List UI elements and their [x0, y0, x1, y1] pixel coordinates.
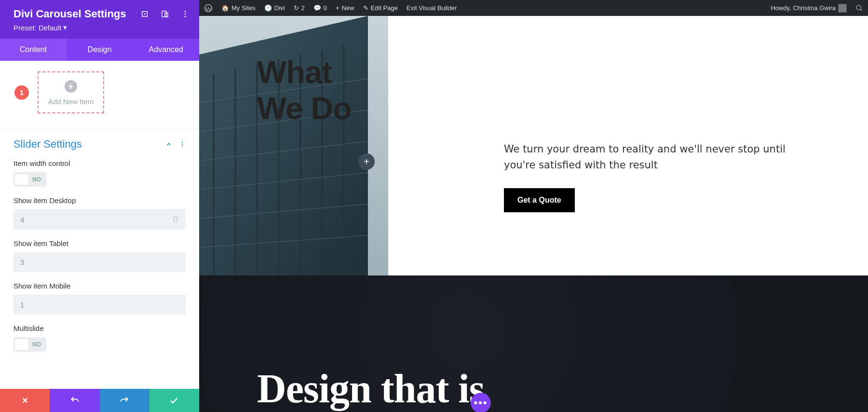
exit-visual-builder-link[interactable]: Exit Visual Builder — [407, 4, 457, 12]
svg-point-8 — [182, 144, 183, 145]
dark-band: Design that is ••• — [199, 275, 868, 412]
chevron-down-icon: ▾ — [63, 23, 67, 32]
field-label: Show item Tablet — [14, 239, 186, 247]
toggle-state: NO — [28, 341, 45, 348]
svg-point-5 — [185, 14, 186, 15]
band-heading: Design that is — [257, 369, 484, 412]
field-show-tablet: Show item Tablet 3 — [14, 239, 186, 272]
svg-line-15 — [860, 9, 862, 11]
more-icon[interactable] — [181, 10, 190, 18]
svg-point-1 — [144, 14, 145, 14]
svg-point-14 — [856, 5, 861, 10]
edit-label: Edit Page — [371, 4, 398, 12]
hero-heading-line1: What — [257, 55, 352, 91]
hero-paragraph: We turn your dream to reality and we'll … — [504, 141, 805, 173]
sidebar-body: 1 + Add New Item Slider Settings Item wi… — [0, 61, 199, 389]
updates-link[interactable]: ↻2 — [294, 4, 305, 12]
main-canvas: 🏠My Sites 🕑Divi ↻2 💬0 +New ✎Edit Page Ex… — [199, 0, 868, 412]
hero-mid — [388, 16, 480, 275]
preset-selector[interactable]: Preset: Default ▾ — [14, 23, 190, 32]
add-new-item-button[interactable]: + Add New Item — [38, 71, 104, 113]
comments-count: 0 — [324, 4, 327, 12]
sidebar-title: Divi Carousel Settings — [14, 8, 126, 20]
pencil-icon: ✎ — [363, 4, 368, 12]
preset-label: Preset: Default — [14, 24, 61, 32]
plus-icon: + — [336, 4, 339, 12]
input-show-desktop[interactable]: 4 — [14, 209, 186, 230]
sidebar-tabs: Content Design Advanced — [0, 39, 199, 61]
toggle-knob — [15, 339, 28, 350]
comments-link[interactable]: 💬0 — [313, 4, 327, 12]
comment-icon: 💬 — [313, 4, 321, 12]
undo-button[interactable] — [50, 389, 99, 412]
field-show-desktop: Show item Desktop 4 — [14, 196, 186, 230]
field-multislide: Multislide NO — [14, 324, 186, 352]
toggle-item-width-control[interactable]: NO — [14, 172, 46, 187]
input-show-tablet[interactable]: 3 — [14, 252, 186, 272]
step-badge: 1 — [14, 85, 29, 100]
settings-sidebar: Divi Carousel Settings Preset: Default ▾… — [0, 0, 199, 412]
avatar — [838, 4, 847, 13]
svg-point-9 — [182, 146, 183, 147]
new-link[interactable]: +New — [336, 4, 354, 12]
site-link[interactable]: 🕑Divi — [264, 4, 285, 12]
field-label: Show item Mobile — [14, 282, 186, 290]
cta-button[interactable]: Get a Quote — [504, 188, 575, 212]
sidebar-header: Divi Carousel Settings Preset: Default ▾ — [0, 0, 199, 39]
plus-icon: + — [65, 80, 77, 93]
add-item-zone: 1 + Add New Item — [0, 61, 199, 128]
toggle-state: NO — [28, 176, 45, 183]
field-label: Show item Desktop — [14, 196, 186, 205]
gauge-icon: 🕑 — [264, 4, 272, 12]
field-item-width-control: Item width control NO — [14, 159, 186, 187]
input-value: 1 — [20, 301, 24, 309]
wp-admin-bar: 🏠My Sites 🕑Divi ↻2 💬0 +New ✎Edit Page Ex… — [199, 0, 868, 16]
toggle-knob — [15, 174, 28, 185]
collapse-icon[interactable] — [165, 141, 172, 148]
howdy-link[interactable]: Howdy, Christina Gwira — [771, 4, 847, 13]
tab-design[interactable]: Design — [67, 39, 133, 61]
expand-icon[interactable] — [140, 10, 149, 18]
svg-point-6 — [185, 16, 186, 17]
field-label: Multislide — [14, 324, 186, 332]
responsive-icon[interactable] — [161, 10, 169, 18]
search-icon[interactable] — [855, 4, 863, 12]
updates-count: 2 — [301, 4, 305, 12]
my-sites-link[interactable]: 🏠My Sites — [221, 4, 256, 12]
add-module-button[interactable]: + — [358, 153, 375, 170]
group-title: Slider Settings — [14, 138, 82, 151]
input-value: 3 — [20, 258, 24, 266]
close-button[interactable] — [0, 389, 50, 412]
input-show-mobile[interactable]: 1 — [14, 295, 186, 315]
tab-advanced[interactable]: Advanced — [133, 39, 199, 61]
howdy-label: Howdy, Christina Gwira — [771, 4, 836, 12]
device-icon — [172, 215, 179, 224]
page-canvas: What We Do + We turn your dream to reali… — [199, 16, 868, 412]
sidebar-footer — [0, 389, 199, 412]
redo-button[interactable] — [100, 389, 149, 412]
new-label: New — [342, 4, 354, 12]
hero-heading: What We Do — [257, 55, 352, 127]
builder-fab-button[interactable]: ••• — [471, 393, 491, 412]
add-new-item-label: Add New Item — [48, 97, 94, 106]
svg-rect-10 — [174, 217, 177, 222]
slider-settings-group: Slider Settings Item width control NO Sh… — [0, 128, 199, 365]
hero-heading-line2: We Do — [257, 91, 352, 127]
refresh-icon: ↻ — [294, 4, 299, 12]
wp-logo-icon[interactable] — [204, 4, 213, 13]
group-more-icon[interactable] — [179, 141, 186, 148]
save-button[interactable] — [149, 389, 199, 412]
field-label: Item width control — [14, 159, 186, 167]
hero-section: What We Do + We turn your dream to reali… — [199, 16, 868, 275]
svg-point-4 — [185, 11, 186, 12]
tab-content[interactable]: Content — [0, 39, 67, 61]
edit-page-link[interactable]: ✎Edit Page — [363, 4, 398, 12]
svg-rect-2 — [162, 11, 166, 17]
field-show-mobile: Show item Mobile 1 — [14, 282, 186, 315]
site-label: Divi — [274, 4, 285, 12]
hero-right: We turn your dream to reality and we'll … — [480, 16, 868, 275]
input-value: 4 — [20, 216, 24, 224]
my-sites-label: My Sites — [231, 4, 256, 12]
toggle-multislide[interactable]: NO — [14, 337, 46, 352]
svg-point-7 — [182, 142, 183, 143]
